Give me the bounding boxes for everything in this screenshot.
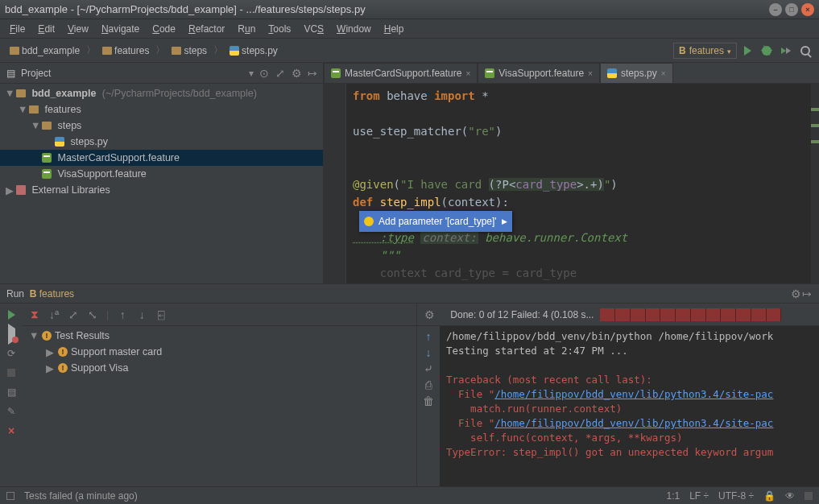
search-button[interactable] [796, 42, 814, 60]
stop-button[interactable] [3, 365, 19, 381]
hide-panel-icon[interactable]: ↦ [307, 68, 318, 79]
tab-mastercard[interactable]: MasterCardSupport.feature× [324, 63, 478, 83]
menu-navigate[interactable]: Navigate [97, 22, 144, 36]
crumb-root-label: bdd_example [22, 45, 80, 56]
menu-help[interactable]: Help [379, 22, 409, 36]
code-keyword: from [353, 89, 380, 102]
rerun-failed-button[interactable] [3, 326, 19, 342]
menu-window[interactable]: Window [332, 22, 376, 36]
code-text: ) [610, 178, 617, 191]
feature-file-icon [485, 68, 494, 78]
toggle-auto-test-button[interactable]: ⟳ [3, 345, 19, 361]
collapse-icon[interactable]: ⊙ [259, 68, 270, 79]
prev-icon[interactable]: ↑ [117, 309, 128, 320]
run-coverage-button[interactable] [777, 42, 795, 60]
crumb-features[interactable]: features [97, 43, 154, 58]
memory-indicator[interactable] [805, 492, 813, 500]
test-results-root[interactable]: ▼!Test Results [23, 328, 416, 344]
intention-popup[interactable]: Add parameter '[card_type]'▶ [359, 211, 512, 232]
print-icon[interactable]: ⎙ [423, 379, 434, 390]
folder-icon [42, 122, 52, 130]
tree-label: VisaSupport.feature [57, 168, 146, 180]
menu-vcs[interactable]: VCS [299, 22, 329, 36]
dump-button[interactable]: ▤ [3, 384, 19, 400]
debug-button[interactable] [758, 42, 776, 60]
gear-icon[interactable] [790, 288, 801, 300]
menu-file[interactable]: File [5, 22, 30, 36]
gear-icon[interactable] [424, 309, 435, 320]
maximize-button[interactable]: □ [785, 3, 798, 16]
tree-label: External Libraries [31, 184, 110, 196]
tree-features[interactable]: ▼ features [0, 101, 323, 118]
minimize-button[interactable]: – [769, 3, 782, 16]
show-failed-icon[interactable]: ⧗ [29, 309, 40, 320]
line-sep[interactable]: LF ÷ [689, 490, 709, 502]
crumb-root[interactable]: bdd_example [5, 43, 85, 58]
error-stripe[interactable] [811, 84, 819, 283]
console-output[interactable]: /home/filippov/bdd_venv/bin/python /home… [440, 326, 819, 486]
close-icon[interactable]: × [465, 69, 470, 78]
console-link[interactable]: /home/filippov/bdd_venv/lib/python3.4/si… [494, 417, 773, 429]
down-icon[interactable]: ↓ [423, 347, 434, 358]
rerun-button[interactable] [3, 307, 19, 323]
run-config-selector[interactable]: Bfeatures [673, 43, 737, 59]
encoding[interactable]: UTF-8 ÷ [718, 490, 754, 502]
crumb-file[interactable]: steps.py [225, 43, 283, 58]
pin-button[interactable]: ✎ [3, 403, 19, 419]
wrap-icon[interactable]: ⤶ [423, 363, 434, 374]
search-icon [800, 46, 810, 56]
play-icon [786, 48, 791, 54]
run-gutter: ⟳ ▤ ✎ × [0, 304, 23, 486]
console-line: self.func(context, *args, **kwargs) [446, 432, 683, 444]
tree-steps-dir[interactable]: ▼ steps [0, 118, 323, 134]
tree-visa-feature[interactable]: VisaSupport.feature [0, 166, 323, 182]
collapse-icon[interactable]: ⤡ [87, 309, 98, 320]
up-icon[interactable]: ↑ [423, 331, 434, 342]
test-mastercard[interactable]: ▶!Support master card [23, 344, 416, 360]
crumb-steps[interactable]: steps [167, 43, 212, 58]
menu-run[interactable]: Run [233, 22, 260, 36]
run-button[interactable] [738, 42, 756, 60]
close-icon[interactable]: × [588, 69, 593, 78]
menu-view[interactable]: View [63, 22, 93, 36]
scroll-to-icon[interactable]: ⤢ [275, 68, 286, 79]
code-text: (context): [441, 196, 509, 209]
menu-edit[interactable]: Edit [33, 22, 60, 36]
tree-steps-file[interactable]: steps.py [0, 134, 323, 150]
warning-icon: ! [42, 331, 52, 341]
close-icon[interactable]: × [661, 69, 666, 78]
editor-code[interactable]: from behave import * use_step_matcher("r… [346, 84, 819, 283]
hide-panel-icon[interactable]: ↦ [801, 288, 813, 300]
project-tree: ▼ bdd_example (~/PycharmProjects/bdd_exa… [0, 84, 323, 200]
inspector-icon[interactable]: 👁 [785, 490, 795, 502]
menu-refactor[interactable]: Refactor [184, 22, 230, 36]
close-run-button[interactable]: × [3, 423, 19, 439]
next-icon[interactable]: ↓ [136, 309, 147, 320]
close-icon: × [8, 424, 14, 437]
lock-icon[interactable]: 🔒 [763, 490, 776, 502]
gear-icon[interactable] [291, 68, 302, 79]
trash-icon[interactable]: 🗑 [423, 395, 434, 407]
console-link[interactable]: /home/filippov/bdd_venv/lib/python3.4/si… [494, 388, 773, 400]
editor-gutter [324, 84, 346, 283]
tree-root[interactable]: ▼ bdd_example (~/PycharmProjects/bdd_exa… [0, 85, 323, 101]
crumb-label: steps [184, 45, 207, 56]
tree-mastercard-feature[interactable]: MasterCardSupport.feature [0, 150, 323, 166]
menu-code[interactable]: Code [147, 22, 180, 36]
console-panel: Done: 0 of 12 Failed: 4 (0.108 s... ↑ ↓ … [417, 304, 819, 486]
menu-tools[interactable]: Tools [263, 22, 296, 36]
caret-position[interactable]: 1:1 [666, 490, 680, 502]
console-line: Testing started at 2:47 PM ... [446, 345, 628, 357]
close-button[interactable]: × [801, 3, 814, 16]
tab-steps[interactable]: steps.py× [600, 63, 673, 83]
sort-icon[interactable]: ↓ª [48, 309, 60, 320]
tree-ext-libs[interactable]: ▶ External Libraries [0, 182, 323, 198]
test-visa[interactable]: ▶!Support Visa [23, 360, 416, 376]
status-indicator-icon[interactable] [6, 492, 14, 500]
export-icon[interactable]: ⍇ [155, 309, 167, 320]
code-text: ) [495, 125, 502, 138]
chevron-right-icon: ▶ [502, 213, 507, 230]
expand-icon[interactable]: ⤢ [68, 309, 79, 320]
tab-visa[interactable]: VisaSupport.feature× [478, 63, 600, 83]
run-config-label: features [689, 45, 724, 56]
